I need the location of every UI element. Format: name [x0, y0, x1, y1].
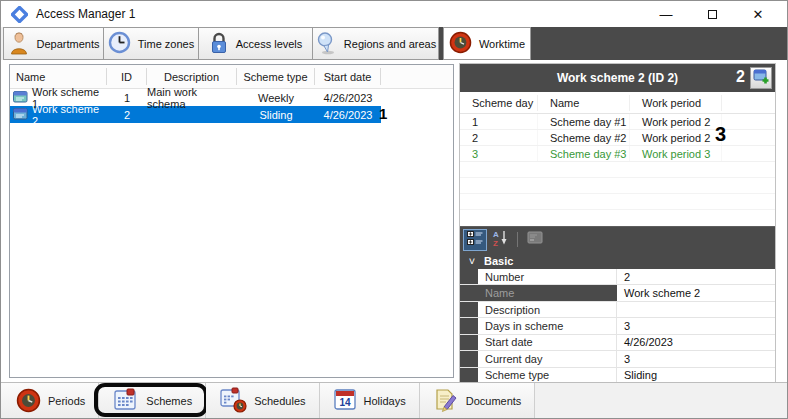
tab-access-levels[interactable]: Access levels: [199, 27, 313, 60]
sort-az-icon: AZ: [492, 229, 508, 250]
scheme-card-icon: [13, 90, 28, 105]
tab-departments[interactable]: Departments: [3, 27, 104, 60]
add-scheme-day-button[interactable]: [750, 67, 772, 89]
access-manager-window: Access Manager 1 — ✕ Departments Time zo…: [0, 0, 788, 419]
property-pages-button[interactable]: [524, 230, 546, 250]
empty-row: [460, 162, 775, 178]
column-header-start-date[interactable]: Start date: [315, 68, 381, 85]
property-row-current-day[interactable]: Current day 3: [460, 351, 775, 367]
cell-work-period: Work period 2: [630, 114, 722, 129]
column-header-work-period[interactable]: Work period: [630, 95, 722, 111]
tab-label: Documents: [466, 395, 522, 407]
property-row-start-date[interactable]: Start date 4/26/2023: [460, 335, 775, 351]
maximize-button[interactable]: [689, 2, 735, 26]
red-clock-icon: [449, 31, 472, 56]
tab-schedules[interactable]: Schedules: [206, 383, 319, 419]
scheme-detail-panel: Work scheme 2 (ID 2) 2 Scheme day Name W…: [459, 63, 776, 384]
map-pin-icon: [315, 31, 337, 57]
property-label: Current day: [478, 351, 617, 366]
column-header-id[interactable]: ID: [107, 68, 147, 85]
tab-worktime[interactable]: Worktime: [443, 27, 531, 60]
day-row-1[interactable]: 1 Scheme day #1 Work period 2: [460, 114, 775, 130]
svg-text:A: A: [493, 230, 499, 239]
tab-label: Schemes: [146, 395, 192, 407]
property-value[interactable]: 3: [617, 351, 775, 366]
minimize-button[interactable]: —: [643, 2, 689, 26]
alphabetical-sort-button[interactable]: AZ: [489, 230, 511, 250]
column-header-scheme-type[interactable]: Scheme type: [237, 68, 315, 85]
property-value[interactable]: Work scheme 2: [617, 285, 775, 300]
property-grid: Number 2 Name Work scheme 2 Description …: [460, 269, 775, 383]
maximize-icon: [708, 10, 717, 19]
toolbar-separator: [517, 232, 518, 247]
chevron-down-icon: ˅: [460, 255, 484, 267]
tab-label: Regions and areas: [344, 38, 436, 50]
category-basic[interactable]: ˅ Basic: [460, 252, 775, 269]
clock-icon: [108, 31, 131, 56]
titlebar: Access Manager 1 — ✕: [1, 1, 787, 27]
tab-periods[interactable]: Periods: [1, 383, 99, 419]
cell-id: 1: [107, 89, 147, 106]
property-pages-icon: [527, 231, 543, 248]
tab-time-zones[interactable]: Time zones: [104, 27, 199, 60]
cell-scheme-type: Sliding: [237, 106, 315, 123]
property-row-number[interactable]: Number 2: [460, 269, 775, 285]
property-label: Days in scheme: [478, 318, 617, 333]
property-gutter: [460, 351, 478, 366]
property-value[interactable]: 2: [617, 269, 775, 284]
property-row-name[interactable]: Name Work scheme 2: [460, 285, 775, 301]
annotation-marker-1: 1: [379, 105, 387, 122]
svg-text:14: 14: [339, 397, 351, 408]
empty-row: [460, 178, 775, 194]
property-value[interactable]: Sliding: [617, 368, 775, 383]
window-title: Access Manager 1: [36, 7, 135, 21]
cell-day-name: Scheme day #3: [538, 146, 630, 161]
categorized-view-button[interactable]: [464, 230, 486, 250]
tab-label: Holidays: [364, 395, 406, 407]
cell-start-date: 4/26/2023: [315, 89, 381, 106]
day-row-2[interactable]: 2 Scheme day #2 Work period 2: [460, 130, 775, 146]
calendar-clock-icon: [219, 387, 247, 415]
property-row-days-in-scheme[interactable]: Days in scheme 3: [460, 318, 775, 334]
tab-holidays[interactable]: 14 Holidays: [320, 383, 420, 419]
cell-work-period: Work period 3: [630, 146, 722, 161]
property-value[interactable]: 3: [617, 318, 775, 333]
tab-schemes[interactable]: Schemes: [99, 383, 206, 419]
tab-label: Time zones: [138, 38, 194, 50]
tab-label: Departments: [37, 38, 100, 50]
property-gutter: [460, 318, 478, 333]
cell-start-date: 4/26/2023: [315, 106, 381, 123]
property-label: Description: [478, 302, 617, 317]
close-button[interactable]: ✕: [735, 2, 781, 26]
property-label: Scheme type: [478, 368, 617, 383]
property-row-description[interactable]: Description: [460, 302, 775, 318]
cell-description: [147, 106, 237, 123]
cell-scheme-type: Weekly: [237, 89, 315, 106]
red-clock-icon: [16, 388, 41, 415]
tab-label: Worktime: [479, 38, 525, 50]
property-grid-toolbar: AZ: [460, 226, 775, 252]
category-label: Basic: [484, 255, 513, 267]
days-table-header: Scheme day Name Work period: [460, 92, 775, 114]
person-icon: [8, 30, 30, 57]
column-header-name[interactable]: Name: [10, 68, 107, 85]
property-value[interactable]: 4/26/2023: [617, 335, 775, 350]
table-row-work-scheme-2[interactable]: Work scheme 2 2 Sliding 4/26/2023: [10, 106, 381, 123]
svg-text:Z: Z: [493, 239, 498, 247]
tab-label: Periods: [48, 395, 85, 407]
cell-day: 1: [460, 114, 538, 129]
day-row-3[interactable]: 3 Scheme day #3 Work period 3: [460, 146, 775, 162]
property-value[interactable]: [617, 302, 775, 317]
tab-label: Access levels: [236, 38, 303, 50]
property-row-scheme-type[interactable]: Scheme type Sliding: [460, 368, 775, 383]
property-gutter: [460, 368, 478, 383]
column-header-description[interactable]: Description: [147, 68, 237, 85]
detail-title-bar: Work scheme 2 (ID 2) 2: [460, 64, 775, 92]
property-gutter: [460, 302, 478, 317]
tab-regions-and-areas[interactable]: Regions and areas: [313, 27, 439, 60]
column-header-name[interactable]: Name: [538, 95, 630, 111]
tab-documents[interactable]: Documents: [420, 383, 536, 419]
property-gutter: [460, 269, 478, 284]
empty-row: [460, 194, 775, 210]
column-header-scheme-day[interactable]: Scheme day: [460, 95, 538, 111]
